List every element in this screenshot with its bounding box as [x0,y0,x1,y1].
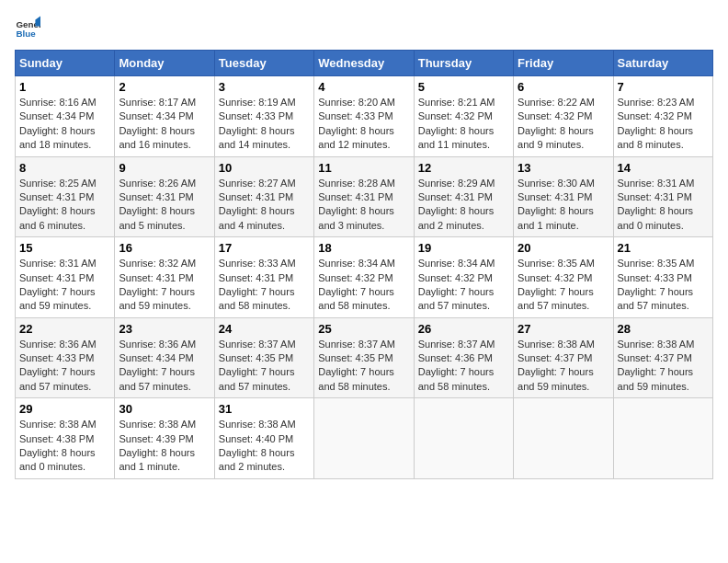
sunrise-label: Sunrise: 8:25 AM [19,178,97,189]
sunrise-label: Sunrise: 8:38 AM [219,419,296,430]
day-number: 23 [119,322,210,336]
day-number: 26 [418,322,509,336]
sunset-label: Sunset: 4:34 PM [119,352,193,363]
sunset-label: Sunset: 4:37 PM [518,352,592,363]
daylight-label: Daylight: 8 hours and 11 minutes. [418,125,495,150]
day-number: 5 [418,80,509,94]
calendar-cell: 26 Sunrise: 8:37 AM Sunset: 4:36 PM Dayl… [414,317,513,398]
calendar-cell: 17 Sunrise: 8:33 AM Sunset: 4:31 PM Dayl… [214,237,313,318]
day-number: 29 [19,402,110,416]
daylight-label: Daylight: 8 hours and 2 minutes. [418,205,495,230]
calendar-week-1: 1 Sunrise: 8:16 AM Sunset: 4:34 PM Dayli… [16,76,713,157]
sunset-label: Sunset: 4:31 PM [19,191,94,202]
daylight-label: Daylight: 7 hours and 57 minutes. [219,366,295,391]
day-info: Sunrise: 8:20 AM Sunset: 4:33 PM Dayligh… [318,96,409,153]
sunset-label: Sunset: 4:31 PM [119,191,193,202]
calendar-cell: 1 Sunrise: 8:16 AM Sunset: 4:34 PM Dayli… [16,76,115,157]
calendar-cell: 22 Sunrise: 8:36 AM Sunset: 4:33 PM Dayl… [16,317,115,398]
sunset-label: Sunset: 4:37 PM [618,352,692,363]
day-info: Sunrise: 8:28 AM Sunset: 4:31 PM Dayligh… [318,177,409,234]
calendar-cell: 12 Sunrise: 8:29 AM Sunset: 4:31 PM Dayl… [414,156,513,237]
calendar-cell: 16 Sunrise: 8:32 AM Sunset: 4:31 PM Dayl… [115,237,214,318]
daylight-label: Daylight: 7 hours and 57 minutes. [518,286,594,311]
daylight-label: Daylight: 8 hours and 1 minute. [119,447,195,472]
sunset-label: Sunset: 4:31 PM [418,191,493,202]
daylight-label: Daylight: 7 hours and 57 minutes. [418,286,495,311]
day-number: 25 [318,322,409,336]
sunrise-label: Sunrise: 8:36 AM [119,339,196,350]
calendar-week-3: 15 Sunrise: 8:31 AM Sunset: 4:31 PM Dayl… [16,237,713,318]
day-number: 16 [119,241,210,255]
daylight-label: Daylight: 8 hours and 3 minutes. [318,205,394,230]
day-number: 14 [618,161,709,175]
day-info: Sunrise: 8:27 AM Sunset: 4:31 PM Dayligh… [219,177,310,234]
sunrise-label: Sunrise: 8:38 AM [518,339,595,350]
sunrise-label: Sunrise: 8:23 AM [618,97,695,108]
day-number: 30 [119,402,210,416]
calendar-cell: 31 Sunrise: 8:38 AM Sunset: 4:40 PM Dayl… [214,398,313,479]
day-info: Sunrise: 8:32 AM Sunset: 4:31 PM Dayligh… [119,257,210,314]
sunset-label: Sunset: 4:31 PM [219,272,293,283]
calendar-cell [414,398,513,479]
day-number: 12 [418,161,509,175]
calendar-cell: 25 Sunrise: 8:37 AM Sunset: 4:35 PM Dayl… [314,317,414,398]
header-saturday: Saturday [613,51,712,76]
day-info: Sunrise: 8:38 AM Sunset: 4:40 PM Dayligh… [219,418,310,475]
calendar-cell: 24 Sunrise: 8:37 AM Sunset: 4:35 PM Dayl… [214,317,313,398]
day-info: Sunrise: 8:38 AM Sunset: 4:38 PM Dayligh… [19,418,110,475]
daylight-label: Daylight: 7 hours and 58 minutes. [318,286,394,311]
day-info: Sunrise: 8:37 AM Sunset: 4:35 PM Dayligh… [219,338,310,395]
calendar-cell: 27 Sunrise: 8:38 AM Sunset: 4:37 PM Dayl… [514,317,613,398]
calendar-cell: 18 Sunrise: 8:34 AM Sunset: 4:32 PM Dayl… [314,237,414,318]
sunset-label: Sunset: 4:33 PM [618,272,692,283]
day-info: Sunrise: 8:16 AM Sunset: 4:34 PM Dayligh… [19,96,110,153]
daylight-label: Daylight: 7 hours and 57 minutes. [618,286,694,311]
daylight-label: Daylight: 8 hours and 18 minutes. [19,125,96,150]
generalblue-logo-icon: General Blue [15,15,40,40]
daylight-label: Daylight: 8 hours and 14 minutes. [219,125,295,150]
day-number: 6 [518,80,609,94]
calendar-cell: 7 Sunrise: 8:23 AM Sunset: 4:32 PM Dayli… [613,76,712,157]
sunset-label: Sunset: 4:33 PM [219,110,293,121]
day-info: Sunrise: 8:38 AM Sunset: 4:37 PM Dayligh… [518,338,609,395]
daylight-label: Daylight: 8 hours and 12 minutes. [318,125,394,150]
day-info: Sunrise: 8:19 AM Sunset: 4:33 PM Dayligh… [219,96,310,153]
sunset-label: Sunset: 4:36 PM [418,352,493,363]
day-number: 21 [618,241,709,255]
daylight-label: Daylight: 8 hours and 1 minute. [518,205,594,230]
sunset-label: Sunset: 4:32 PM [518,110,592,121]
daylight-label: Daylight: 7 hours and 59 minutes. [518,366,594,391]
day-info: Sunrise: 8:35 AM Sunset: 4:33 PM Dayligh… [618,257,709,314]
calendar-cell: 28 Sunrise: 8:38 AM Sunset: 4:37 PM Dayl… [613,317,712,398]
sunrise-label: Sunrise: 8:30 AM [518,178,595,189]
sunset-label: Sunset: 4:33 PM [19,352,94,363]
sunrise-label: Sunrise: 8:33 AM [219,258,296,269]
day-info: Sunrise: 8:21 AM Sunset: 4:32 PM Dayligh… [418,96,509,153]
header-monday: Monday [115,51,214,76]
day-number: 1 [19,80,110,94]
sunrise-label: Sunrise: 8:38 AM [618,339,695,350]
day-info: Sunrise: 8:35 AM Sunset: 4:32 PM Dayligh… [518,257,609,314]
day-info: Sunrise: 8:38 AM Sunset: 4:39 PM Dayligh… [119,418,210,475]
header-tuesday: Tuesday [214,51,313,76]
day-info: Sunrise: 8:30 AM Sunset: 4:31 PM Dayligh… [518,177,609,234]
sunrise-label: Sunrise: 8:17 AM [119,97,196,108]
calendar-week-4: 22 Sunrise: 8:36 AM Sunset: 4:33 PM Dayl… [16,317,713,398]
day-info: Sunrise: 8:33 AM Sunset: 4:31 PM Dayligh… [219,257,310,314]
day-info: Sunrise: 8:37 AM Sunset: 4:35 PM Dayligh… [318,338,409,395]
calendar-cell: 2 Sunrise: 8:17 AM Sunset: 4:34 PM Dayli… [115,76,214,157]
calendar-cell: 29 Sunrise: 8:38 AM Sunset: 4:38 PM Dayl… [16,398,115,479]
calendar-cell [514,398,613,479]
day-info: Sunrise: 8:34 AM Sunset: 4:32 PM Dayligh… [418,257,509,314]
sunset-label: Sunset: 4:32 PM [418,272,493,283]
sunrise-label: Sunrise: 8:21 AM [418,97,495,108]
sunset-label: Sunset: 4:31 PM [119,272,193,283]
calendar-cell: 11 Sunrise: 8:28 AM Sunset: 4:31 PM Dayl… [314,156,414,237]
calendar-cell [314,398,414,479]
calendar-cell: 30 Sunrise: 8:38 AM Sunset: 4:39 PM Dayl… [115,398,214,479]
sunrise-label: Sunrise: 8:37 AM [418,339,495,350]
sunset-label: Sunset: 4:31 PM [19,272,94,283]
header-thursday: Thursday [414,51,513,76]
day-info: Sunrise: 8:25 AM Sunset: 4:31 PM Dayligh… [19,177,110,234]
sunset-label: Sunset: 4:32 PM [518,272,592,283]
